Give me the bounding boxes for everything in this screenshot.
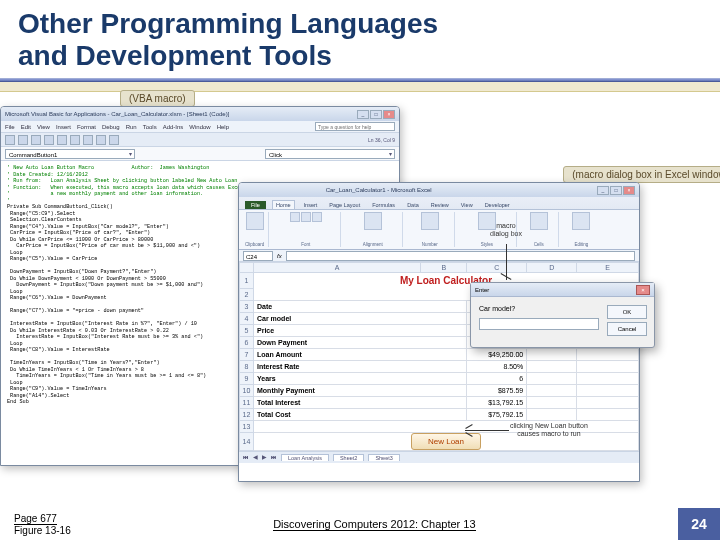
col-B[interactable]: B: [421, 263, 467, 273]
row-head[interactable]: 2: [240, 288, 254, 300]
col-A[interactable]: A: [254, 263, 421, 273]
row-head[interactable]: 10: [240, 384, 254, 396]
cell[interactable]: $75,792.15: [467, 408, 527, 420]
cell[interactable]: 8.50%: [467, 360, 527, 372]
row-head[interactable]: 5: [240, 324, 254, 336]
cell[interactable]: $875.59: [467, 384, 527, 396]
menu-run[interactable]: Run: [126, 124, 137, 130]
row-head[interactable]: 1: [240, 273, 254, 289]
menu-insert[interactable]: Insert: [56, 124, 71, 130]
dialog-body: Car model? OK Cancel: [471, 297, 654, 347]
minimize-button[interactable]: _: [597, 186, 609, 195]
close-button[interactable]: ×: [623, 186, 635, 195]
help-search-input[interactable]: [315, 122, 395, 131]
bold-icon[interactable]: [290, 212, 300, 222]
object-combo[interactable]: CommandButton1: [5, 149, 135, 159]
dialog-input[interactable]: [479, 318, 599, 330]
cell[interactable]: Car model: [254, 312, 467, 324]
row-head[interactable]: 11: [240, 396, 254, 408]
row-head[interactable]: 8: [240, 360, 254, 372]
row-head[interactable]: 3: [240, 300, 254, 312]
cell[interactable]: 6: [467, 372, 527, 384]
cell[interactable]: Total Cost: [254, 408, 467, 420]
formula-input[interactable]: [286, 251, 635, 261]
menu-tools[interactable]: Tools: [143, 124, 157, 130]
tab-formulas[interactable]: Formulas: [369, 201, 398, 209]
nav-first-icon[interactable]: ⏮: [243, 454, 249, 460]
row-head[interactable]: 6: [240, 336, 254, 348]
menu-edit[interactable]: Edit: [21, 124, 31, 130]
row-head[interactable]: 4: [240, 312, 254, 324]
cancel-button[interactable]: Cancel: [607, 322, 647, 336]
toolbar-icon[interactable]: [18, 135, 28, 145]
cell[interactable]: Years: [254, 372, 467, 384]
ok-button[interactable]: OK: [607, 305, 647, 319]
number-icon[interactable]: [421, 212, 439, 230]
cell[interactable]: Date: [254, 300, 467, 312]
menu-view[interactable]: View: [37, 124, 50, 130]
menu-window[interactable]: Window: [189, 124, 210, 130]
cell[interactable]: $49,250.00: [467, 348, 527, 360]
code-body: Private Sub CommandButton1_Click() Range…: [7, 204, 206, 405]
dialog-close-button[interactable]: ×: [636, 285, 650, 295]
underline-icon[interactable]: [312, 212, 322, 222]
cell[interactable]: Total Interest: [254, 396, 467, 408]
cell[interactable]: Down Payment: [254, 336, 467, 348]
cell[interactable]: Loan Amount: [254, 348, 467, 360]
col-E[interactable]: E: [577, 263, 639, 273]
editing-icon[interactable]: [572, 212, 590, 230]
toolbar-icon[interactable]: [44, 135, 54, 145]
maximize-button[interactable]: □: [370, 110, 382, 119]
tab-developer[interactable]: Developer: [482, 201, 513, 209]
slide-title: Other Programming Languages and Developm…: [0, 0, 720, 76]
maximize-button[interactable]: □: [610, 186, 622, 195]
name-box[interactable]: C24: [243, 251, 273, 261]
tab-file[interactable]: File: [245, 201, 266, 209]
fx-label[interactable]: fx: [277, 253, 282, 259]
ribbon-group-cells: Cells: [519, 212, 559, 247]
row-head[interactable]: 12: [240, 408, 254, 420]
row-head[interactable]: 7: [240, 348, 254, 360]
tab-home[interactable]: Home: [272, 200, 295, 209]
cell[interactable]: Interest Rate: [254, 360, 467, 372]
col-C[interactable]: C: [467, 263, 527, 273]
align-icon[interactable]: [364, 212, 382, 230]
minimize-button[interactable]: _: [357, 110, 369, 119]
menu-addins[interactable]: Add-Ins: [163, 124, 184, 130]
menu-format[interactable]: Format: [77, 124, 96, 130]
nav-last-icon[interactable]: ⏭: [271, 454, 277, 460]
tab-pagelayout[interactable]: Page Layout: [326, 201, 363, 209]
toolbar-icon[interactable]: [96, 135, 106, 145]
col-D[interactable]: D: [527, 263, 577, 273]
menu-file[interactable]: File: [5, 124, 15, 130]
toolbar-icon[interactable]: [31, 135, 41, 145]
procedure-combo[interactable]: Click: [265, 149, 395, 159]
cell[interactable]: $13,792.15: [467, 396, 527, 408]
cell[interactable]: Price: [254, 324, 467, 336]
sheet-tab-2[interactable]: Sheet2: [333, 454, 364, 461]
select-all[interactable]: [240, 263, 254, 273]
cells-icon[interactable]: [530, 212, 548, 230]
toolbar-icon[interactable]: [57, 135, 67, 145]
row-head[interactable]: 13: [240, 420, 254, 432]
menu-help[interactable]: Help: [217, 124, 229, 130]
toolbar-icon[interactable]: [5, 135, 15, 145]
row-head[interactable]: 9: [240, 372, 254, 384]
tab-insert[interactable]: Insert: [301, 201, 321, 209]
cell[interactable]: Monthly Payment: [254, 384, 467, 396]
nav-next-icon[interactable]: ▶: [262, 454, 267, 460]
nav-prev-icon[interactable]: ◀: [253, 454, 258, 460]
toolbar-icon[interactable]: [70, 135, 80, 145]
toolbar-icon[interactable]: [83, 135, 93, 145]
tab-view[interactable]: View: [458, 201, 476, 209]
sheet-tab-3[interactable]: Sheet3: [368, 454, 399, 461]
tab-review[interactable]: Review: [428, 201, 452, 209]
paste-icon[interactable]: [246, 212, 264, 230]
close-button[interactable]: ×: [383, 110, 395, 119]
tab-data[interactable]: Data: [404, 201, 422, 209]
row-head[interactable]: 14: [240, 432, 254, 450]
sheet-tab-1[interactable]: Loan Analysis: [281, 454, 329, 461]
italic-icon[interactable]: [301, 212, 311, 222]
menu-debug[interactable]: Debug: [102, 124, 120, 130]
toolbar-icon[interactable]: [109, 135, 119, 145]
